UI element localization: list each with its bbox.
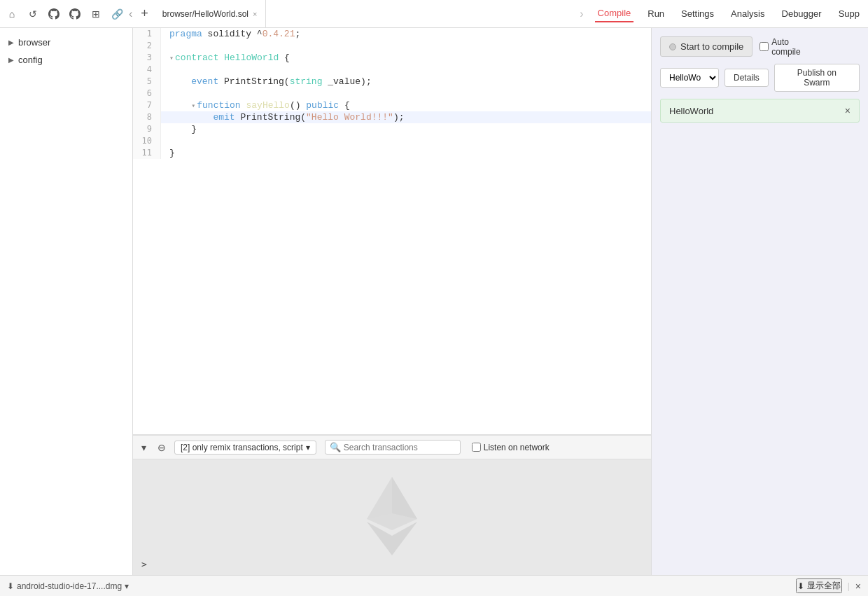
code-editor[interactable]: 1 pragma solidity ^0.4.21; 2 3 ▾contract…: [133, 28, 651, 435]
tab-bar: + browser/HelloWorld.sol ×: [135, 0, 580, 27]
forward-arrow[interactable]: ›: [580, 8, 583, 20]
status-divider: |: [848, 581, 850, 591]
link-icon[interactable]: 🔗: [111, 8, 123, 20]
console-prompt: >: [141, 559, 147, 569]
search-input[interactable]: [344, 443, 456, 452]
console-toolbar: ▾ ⊖ [2] only remix transactions, script …: [133, 436, 651, 459]
eth-watermark: [350, 474, 434, 560]
menu-settings[interactable]: Settings: [678, 6, 717, 22]
grid-icon[interactable]: ⊞: [90, 8, 102, 20]
contract-row: HelloWo Details Publish on Swarm: [660, 64, 860, 92]
code-line-2: 2: [133, 40, 651, 52]
svg-marker-3: [392, 477, 417, 519]
code-line-3: 3 ▾contract HelloWorld {: [133, 52, 651, 64]
nav-arrows: ‹: [129, 8, 132, 20]
tab-label: browser/HelloWorld.sol: [162, 9, 248, 19]
bottom-console: ▾ ⊖ [2] only remix transactions, script …: [133, 435, 651, 575]
code-line-10: 10: [133, 135, 651, 147]
refresh-icon[interactable]: ↺: [27, 8, 39, 20]
dropdown-label: [2] only remix transactions, script: [181, 443, 303, 452]
listen-network-label: Listen on network: [484, 443, 550, 452]
auto-compile-label: Autocompile: [771, 37, 800, 57]
code-line-9: 9 }: [133, 123, 651, 135]
compiled-contract-item: HelloWorld ×: [660, 99, 860, 123]
sidebar-item-config[interactable]: ▶ config: [0, 51, 132, 69]
add-tab-btn[interactable]: +: [135, 6, 154, 21]
compile-status-dot: [669, 43, 676, 50]
show-all-icon: ⬇: [797, 581, 804, 591]
compiled-contract-close-btn[interactable]: ×: [845, 105, 850, 116]
top-nav: ⌂ ↺ ⊞ 🔗 ‹ + browser/HelloWorld.sol × › C…: [0, 0, 868, 28]
code-line-8: 8 emit PrintString("Hello World!!!");: [133, 111, 651, 123]
sidebar-label-browser: browser: [18, 37, 50, 48]
status-file-name: android-studio-ide-17....dmg: [17, 581, 122, 591]
transaction-filter-dropdown[interactable]: [2] only remix transactions, script ▾: [174, 441, 316, 455]
code-line-11: 11 }: [133, 147, 651, 159]
details-button[interactable]: Details: [724, 69, 769, 87]
status-bar: ⬇ android-studio-ide-17....dmg ▾ ⬇ 显示全部 …: [0, 575, 868, 596]
code-line-4: 4: [133, 64, 651, 76]
github-icon[interactable]: [48, 8, 60, 20]
sidebar-arrow-config: ▶: [8, 56, 14, 64]
start-compile-button[interactable]: Start to compile: [660, 36, 752, 57]
status-dropdown-arrow[interactable]: ▾: [125, 581, 129, 591]
right-panel: Start to compile Autocompile HelloWo Det…: [651, 28, 868, 575]
nav-icons: ⌂ ↺ ⊞ 🔗: [6, 8, 123, 20]
home-icon[interactable]: ⌂: [6, 8, 18, 20]
console-clear-btn[interactable]: ⊖: [155, 441, 169, 455]
compiled-contract-name: HelloWorld: [669, 106, 713, 116]
menu-run[interactable]: Run: [645, 6, 667, 22]
compile-btn-row: Start to compile Autocompile: [660, 36, 860, 57]
menu-supp[interactable]: Supp: [836, 6, 862, 22]
console-content: >: [133, 459, 651, 575]
sidebar-arrow-browser: ▶: [8, 39, 14, 46]
tab-close-btn[interactable]: ×: [253, 10, 257, 18]
menu-debugger[interactable]: Debugger: [779, 6, 825, 22]
status-file: ⬇ android-studio-ide-17....dmg ▾: [7, 581, 129, 591]
code-line-5: 5 event PrintString(string _value);: [133, 76, 651, 88]
status-close-btn[interactable]: ×: [855, 581, 861, 592]
search-box[interactable]: 🔍: [325, 440, 461, 455]
main-layout: ▶ browser ▶ config 1 pragma solidity ^0.…: [0, 28, 868, 575]
auto-compile-checkbox[interactable]: [760, 42, 769, 51]
sidebar: ▶ browser ▶ config: [0, 28, 133, 575]
listen-network: Listen on network: [472, 443, 550, 452]
show-all-label: 显示全部: [807, 580, 841, 592]
editor-tab[interactable]: browser/HelloWorld.sol ×: [154, 0, 267, 27]
sidebar-label-config: config: [18, 55, 43, 65]
contract-select[interactable]: HelloWo: [660, 68, 719, 88]
listen-network-checkbox[interactable]: [472, 443, 481, 452]
code-line-6: 6: [133, 88, 651, 99]
svg-marker-2: [367, 477, 392, 519]
top-nav-menu: › Compile Run Settings Analysis Debugger…: [580, 5, 862, 22]
code-line-1: 1 pragma solidity ^0.4.21;: [133, 28, 651, 40]
code-line-7: 7 ▾function sayHello() public {: [133, 99, 651, 111]
dropdown-arrow-icon: ▾: [306, 443, 310, 452]
github-alt-icon[interactable]: [69, 8, 81, 20]
editor-area: 1 pragma solidity ^0.4.21; 2 3 ▾contract…: [133, 28, 651, 575]
sidebar-item-browser[interactable]: ▶ browser: [0, 34, 132, 51]
publish-swarm-button[interactable]: Publish on Swarm: [774, 64, 860, 92]
status-right: ⬇ 显示全部 | ×: [796, 578, 861, 593]
download-icon: ⬇: [7, 581, 14, 591]
show-all-button[interactable]: ⬇ 显示全部: [796, 578, 842, 593]
back-arrow[interactable]: ‹: [129, 8, 132, 20]
menu-compile[interactable]: Compile: [595, 5, 634, 22]
menu-analysis[interactable]: Analysis: [728, 6, 767, 22]
search-icon: 🔍: [330, 442, 341, 452]
console-down-btn[interactable]: ▾: [139, 441, 149, 455]
auto-compile-row: Autocompile: [760, 37, 800, 57]
